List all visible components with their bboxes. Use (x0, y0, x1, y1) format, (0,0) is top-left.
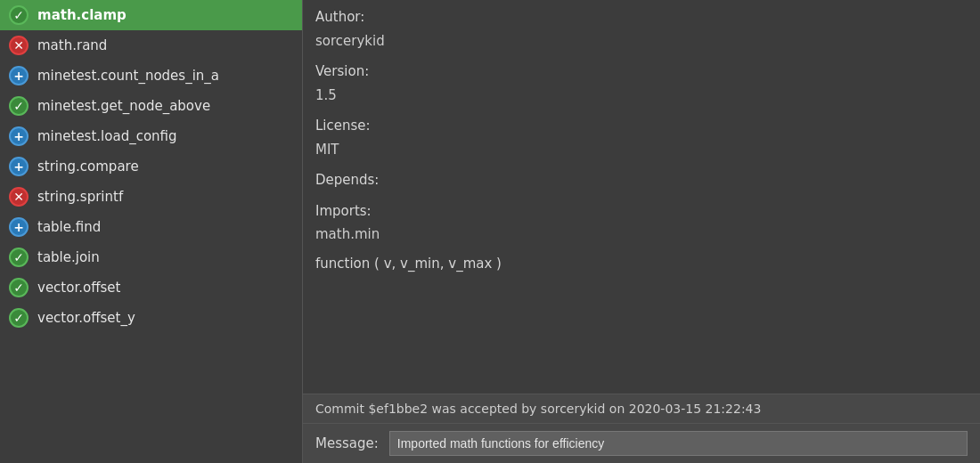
item-label-string-compare: string.compare (37, 158, 139, 175)
plus-icon: + (9, 66, 29, 85)
license-section: License: MIT (315, 116, 950, 159)
list-item-table-join[interactable]: ✓table.join (0, 242, 302, 272)
item-label-minetest-count: minetest.count_nodes_in_a (37, 68, 219, 84)
plus-icon: + (9, 157, 29, 176)
item-label-minetest-get: minetest.get_node_above (37, 98, 210, 114)
x-icon: ✕ (9, 187, 29, 207)
imports-value: math.min (315, 224, 950, 245)
item-label-vector-offset: vector.offset (37, 280, 120, 296)
license-value: MIT (315, 140, 950, 160)
item-label-vector-offset-y: vector.offset_y (37, 310, 135, 326)
list-item-table-find[interactable]: +table.find (0, 212, 302, 242)
list-item-minetest-get[interactable]: ✓minetest.get_node_above (0, 91, 302, 121)
list-item-minetest-load[interactable]: +minetest.load_config (0, 121, 302, 151)
message-bar: Message: (303, 423, 980, 463)
x-icon: ✕ (9, 36, 29, 55)
imports-section: Imports: math.min (315, 201, 950, 245)
item-label-table-find: table.find (37, 219, 101, 235)
depends-label: Depends: (315, 170, 950, 191)
list-item-string-sprintf[interactable]: ✕string.sprintf (0, 182, 302, 212)
item-label-minetest-load: minetest.load_config (37, 128, 177, 144)
check-icon: ✓ (9, 96, 29, 116)
list-item-math-rand[interactable]: ✕math.rand (0, 30, 302, 61)
item-label-string-sprintf: string.sprintf (37, 189, 123, 205)
function-signature: function ( v, v_min, v_max ) (315, 256, 950, 272)
author-value: sorcerykid (315, 31, 950, 52)
item-label-table-join: table.join (37, 249, 100, 265)
info-content: Author: sorcerykid Version: 1.5 License:… (315, 7, 968, 272)
license-label: License: (315, 116, 950, 136)
right-panel: Author: sorcerykid Version: 1.5 License:… (303, 0, 980, 463)
plus-icon: + (9, 126, 29, 146)
plus-icon: + (9, 217, 29, 237)
version-section: Version: 1.5 (315, 61, 950, 105)
version-value: 1.5 (315, 85, 950, 106)
commit-text: Commit $ef1bbe2 was accepted by sorceryk… (315, 402, 761, 416)
imports-label: Imports: (315, 201, 950, 222)
depends-section: Depends: (315, 170, 950, 191)
list-item-math-clamp[interactable]: ✓math.clamp (0, 0, 302, 30)
list-item-minetest-count[interactable]: +minetest.count_nodes_in_a (0, 61, 302, 91)
item-label-math-rand: math.rand (37, 37, 107, 53)
check-icon: ✓ (9, 5, 29, 25)
item-list[interactable]: ✓math.clamp✕math.rand+minetest.count_nod… (0, 0, 303, 463)
version-label: Version: (315, 61, 950, 82)
author-label: Author: (315, 7, 950, 28)
check-icon: ✓ (9, 278, 29, 297)
info-area: Author: sorcerykid Version: 1.5 License:… (303, 0, 980, 394)
author-section: Author: sorcerykid (315, 7, 950, 51)
item-label-math-clamp: math.clamp (37, 7, 127, 23)
message-label: Message: (315, 435, 379, 451)
check-icon: ✓ (9, 248, 29, 267)
list-item-vector-offset-y[interactable]: ✓vector.offset_y (0, 303, 302, 333)
check-icon: ✓ (9, 308, 29, 328)
list-item-string-compare[interactable]: +string.compare (0, 151, 302, 182)
commit-bar: Commit $ef1bbe2 was accepted by sorceryk… (303, 394, 980, 423)
message-input[interactable] (389, 431, 968, 456)
list-item-vector-offset[interactable]: ✓vector.offset (0, 272, 302, 303)
